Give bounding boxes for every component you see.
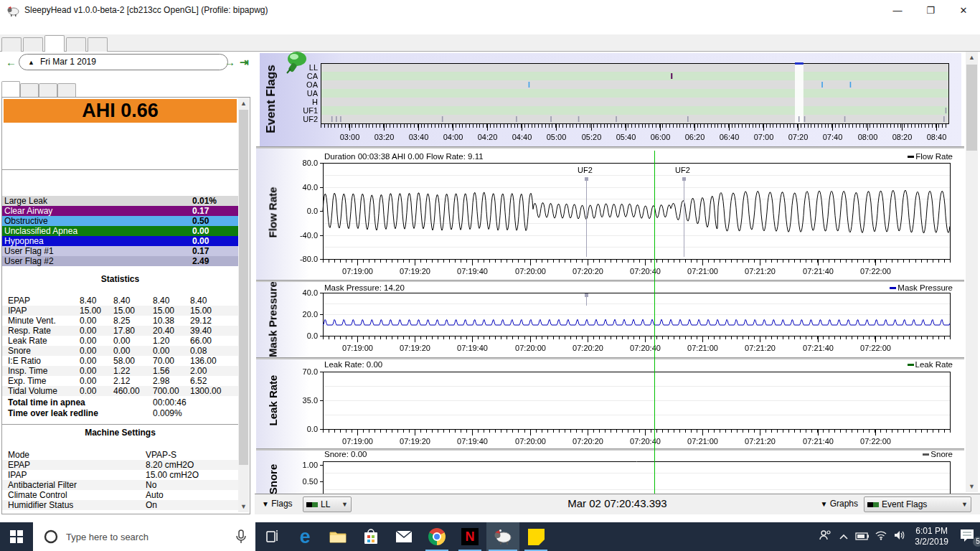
task-view-icon [265, 530, 279, 543]
windows-logo-icon [10, 530, 23, 543]
event-flags-chart[interactable] [260, 53, 961, 146]
latest-day-button[interactable]: ⇥ [240, 56, 249, 69]
volume-icon[interactable] [890, 530, 909, 543]
details-content: AHI 0.66 Large Leak 0.01% Clear Airway 0… [2, 98, 238, 512]
session-header [179, 172, 238, 183]
scroll-up-arrow[interactable]: ▲ [966, 52, 978, 63]
scroll-down-arrow[interactable]: ▼ [238, 501, 249, 512]
tray-expand-chevron-icon[interactable] [834, 530, 853, 543]
event-row-label: Hypopnea [4, 236, 44, 246]
leak-rate-side-label: Leak Rate [267, 375, 279, 426]
menu-item[interactable] [39, 29, 52, 32]
statistics-rows: EPAP 8.40 8.40 8.40 8.40 IPAP 15.00 15.0… [2, 296, 238, 396]
restore-button[interactable]: ❐ [914, 0, 947, 22]
scrollbar-thumb[interactable] [239, 110, 248, 465]
taskbar-clock[interactable]: 6:01 PM 3/2/2019 [915, 526, 948, 547]
main-tab[interactable] [1, 37, 22, 52]
prev-day-button[interactable]: ← [6, 56, 17, 68]
session-value [2, 183, 61, 194]
chart-splitter[interactable] [256, 357, 964, 359]
event-flags-panel [260, 53, 961, 146]
machine-setting-row: Humidifier Status On [2, 500, 238, 510]
machine-settings-rows: Mode VPAP-S EPAP 8.20 cmH2O IPAP 15.00 c… [2, 450, 238, 510]
notes-taskbar-icon[interactable] [519, 522, 552, 551]
mail-taskbar-icon[interactable] [387, 522, 420, 551]
task-view-button[interactable] [255, 522, 288, 551]
edge-taskbar-icon[interactable]: e [288, 522, 321, 551]
file-explorer-taskbar-icon[interactable] [321, 522, 354, 551]
minimize-button[interactable]: — [881, 0, 914, 22]
session-value [179, 183, 238, 194]
leak-rate-chart[interactable] [256, 359, 964, 448]
machine-setting-row: IPAP 15.00 cmH2O [2, 470, 238, 480]
chevron-down-icon: ▼ [961, 497, 968, 512]
session-header [121, 172, 179, 183]
flow-rate-chart[interactable] [256, 148, 964, 280]
sleepyhead-window: SleepyHead v1.0.0-beta-2 [cb213cc OpenGL… [0, 0, 980, 551]
statistics-row: EPAP 8.40 8.40 8.40 8.40 [2, 296, 238, 306]
charts-scrollbar[interactable]: ▲ ▼ [966, 52, 978, 492]
taskbar-search[interactable]: Type here to search [33, 522, 255, 551]
graph-control-bar: ▼ Flags LL ▼ Mar 02 07:20:43.393 ▼ Graph… [255, 494, 980, 514]
mask-pressure-chart[interactable] [256, 281, 964, 357]
statistics-row: Tidal Volume 0.00 460.00 700.00 1300.00 [2, 386, 238, 396]
people-icon[interactable] [816, 529, 834, 544]
clock-date: 3/2/2019 [915, 537, 948, 547]
start-button[interactable] [0, 522, 33, 551]
event-row-value: 2.49 [192, 256, 209, 266]
event-row: User Flag #2 2.49 [2, 256, 238, 266]
chart-splitter[interactable] [256, 146, 964, 149]
uf2-marker-label: UF2 [675, 166, 690, 174]
netflix-taskbar-icon[interactable]: N [453, 522, 486, 551]
scrollbar-thumb[interactable] [966, 65, 977, 151]
event-row: Obstructive 0.50 [2, 216, 238, 226]
mask-pressure-legend-dash [890, 287, 896, 289]
action-center-button[interactable]: 5 [954, 529, 980, 545]
totals-block: Total time in apnea 00:00:46 Time over l… [2, 397, 238, 419]
mask-pressure-header: Mask Pressure: 14.20 [324, 283, 405, 292]
sticky-note-icon [528, 529, 545, 545]
graphs-combo[interactable]: Event Flags ▼ [864, 496, 971, 512]
statistics-row: I:E Ratio 0.00 58.00 70.00 136.00 [2, 356, 238, 366]
event-row-value: 0.00 [192, 236, 209, 246]
date-selector[interactable]: ▲Fri Mar 1 2019 [19, 54, 228, 70]
menu-item[interactable] [13, 29, 26, 32]
uf2-marker-line [586, 293, 587, 306]
close-button[interactable]: ✕ [947, 0, 980, 22]
battery-icon[interactable] [853, 530, 872, 543]
chart-splitter[interactable] [256, 448, 964, 451]
store-taskbar-icon[interactable] [354, 522, 387, 551]
detail-tab[interactable] [39, 83, 57, 98]
total-row: Time over leak redline 0.009% [2, 408, 238, 419]
main-tab[interactable] [23, 37, 43, 52]
wifi-icon[interactable] [872, 530, 890, 543]
menu-bar [0, 22, 980, 34]
detail-tab[interactable] [57, 83, 76, 98]
details-scrollbar[interactable]: ▲ ▼ [238, 98, 249, 512]
session-value [61, 183, 120, 194]
microphone-icon[interactable] [235, 529, 247, 544]
scroll-up-arrow[interactable]: ▲ [238, 98, 249, 109]
detail-tab[interactable] [20, 83, 39, 98]
main-tab[interactable] [66, 37, 86, 52]
statistics-row: Leak Rate 0.00 0.00 1.20 66.00 [2, 336, 238, 346]
main-tab[interactable] [44, 35, 65, 52]
event-row: Large Leak 0.01% [2, 196, 238, 206]
chrome-taskbar-icon[interactable] [420, 522, 453, 551]
event-summary-rows: Large Leak 0.01% Clear Airway 0.17 Obstr… [2, 196, 238, 266]
machine-settings-title: Machine Settings [2, 428, 238, 440]
detail-tab-bar [1, 80, 255, 98]
event-row-value: 0.50 [192, 216, 209, 226]
graphs-toggle[interactable]: ▼ Graphs [820, 499, 858, 509]
event-row: Clear Airway 0.17 [2, 206, 238, 216]
detail-tab[interactable] [1, 81, 20, 98]
statistics-title: Statistics [2, 274, 238, 285]
menu-item[interactable] [0, 29, 13, 32]
title-bar: SleepyHead v1.0.0-beta-2 [cb213cc OpenGL… [0, 0, 980, 22]
menu-item[interactable] [26, 29, 39, 32]
scroll-down-arrow[interactable]: ▼ [966, 481, 978, 492]
sleepyhead-taskbar-icon[interactable] [486, 522, 519, 551]
chart-splitter[interactable] [256, 280, 964, 282]
next-day-button[interactable]: → [225, 56, 235, 68]
main-tab[interactable] [88, 37, 108, 52]
